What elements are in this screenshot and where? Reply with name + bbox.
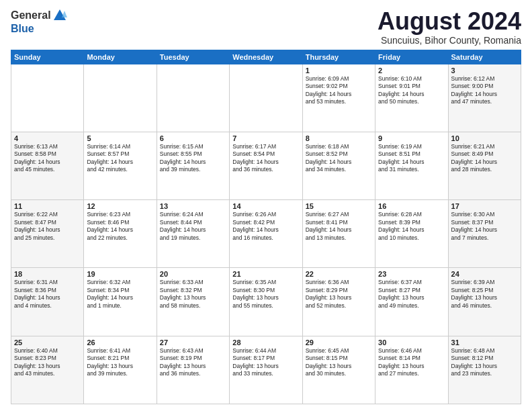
day-info: Sunrise: 6:32 AM Sunset: 8:34 PM Dayligh… (87, 279, 153, 310)
col-header-sunday: Sunday (11, 50, 84, 64)
month-year: August 2024 (378, 8, 521, 35)
day-number: 26 (87, 338, 153, 347)
header: General Blue August 2024 Suncuius, Bihor… (11, 8, 521, 46)
col-header-friday: Friday (375, 50, 448, 64)
calendar-cell: 19Sunrise: 6:32 AM Sunset: 8:34 PM Dayli… (84, 268, 157, 336)
calendar-cell: 16Sunrise: 6:28 AM Sunset: 8:39 PM Dayli… (375, 200, 448, 268)
day-number: 17 (451, 202, 518, 210)
calendar-cell: 12Sunrise: 6:23 AM Sunset: 8:46 PM Dayli… (84, 200, 157, 268)
calendar-week-row: 4Sunrise: 6:13 AM Sunset: 8:58 PM Daylig… (11, 132, 521, 199)
calendar-cell: 1Sunrise: 6:09 AM Sunset: 9:02 PM Daylig… (302, 64, 375, 132)
day-info: Sunrise: 6:27 AM Sunset: 8:41 PM Dayligh… (306, 211, 372, 242)
title-section: August 2024 Suncuius, Bihor County, Roma… (378, 8, 521, 46)
svg-marker-1 (62, 11, 67, 17)
col-header-monday: Monday (84, 50, 157, 64)
day-info: Sunrise: 6:22 AM Sunset: 8:47 PM Dayligh… (14, 211, 81, 242)
day-number: 30 (378, 338, 445, 347)
day-number: 1 (306, 66, 372, 75)
day-number: 18 (14, 270, 81, 278)
calendar-cell: 22Sunrise: 6:36 AM Sunset: 8:29 PM Dayli… (302, 268, 375, 336)
day-info: Sunrise: 6:24 AM Sunset: 8:44 PM Dayligh… (160, 211, 226, 242)
day-number: 8 (306, 134, 372, 142)
calendar-cell: 3Sunrise: 6:12 AM Sunset: 9:00 PM Daylig… (448, 64, 521, 132)
calendar-cell: 20Sunrise: 6:33 AM Sunset: 8:32 PM Dayli… (157, 268, 229, 336)
calendar-week-row: 25Sunrise: 6:40 AM Sunset: 8:23 PM Dayli… (11, 336, 521, 404)
calendar-header-row: SundayMondayTuesdayWednesdayThursdayFrid… (11, 50, 521, 64)
day-info: Sunrise: 6:13 AM Sunset: 8:58 PM Dayligh… (14, 143, 81, 174)
day-info: Sunrise: 6:40 AM Sunset: 8:23 PM Dayligh… (14, 347, 81, 378)
day-number: 13 (160, 202, 226, 210)
day-info: Sunrise: 6:30 AM Sunset: 8:37 PM Dayligh… (451, 211, 518, 242)
day-info: Sunrise: 6:23 AM Sunset: 8:46 PM Dayligh… (87, 211, 153, 242)
calendar-cell: 14Sunrise: 6:26 AM Sunset: 8:42 PM Dayli… (230, 200, 302, 268)
day-number: 21 (232, 270, 299, 278)
day-number: 22 (306, 270, 372, 278)
day-number: 7 (232, 134, 299, 142)
calendar-week-row: 11Sunrise: 6:22 AM Sunset: 8:47 PM Dayli… (11, 200, 521, 268)
day-info: Sunrise: 6:18 AM Sunset: 8:52 PM Dayligh… (306, 143, 372, 174)
day-number: 28 (232, 338, 299, 347)
calendar-cell: 4Sunrise: 6:13 AM Sunset: 8:58 PM Daylig… (11, 132, 84, 199)
day-number: 4 (14, 134, 81, 142)
calendar-week-row: 18Sunrise: 6:31 AM Sunset: 8:36 PM Dayli… (11, 268, 521, 336)
day-number: 23 (378, 270, 445, 278)
day-info: Sunrise: 6:41 AM Sunset: 8:21 PM Dayligh… (87, 347, 153, 378)
calendar-cell: 15Sunrise: 6:27 AM Sunset: 8:41 PM Dayli… (302, 200, 375, 268)
day-number: 31 (451, 338, 518, 347)
logo: General Blue (11, 8, 67, 35)
calendar-week-row: 1Sunrise: 6:09 AM Sunset: 9:02 PM Daylig… (11, 64, 521, 132)
calendar-cell (230, 64, 302, 132)
page: General Blue August 2024 Suncuius, Bihor… (0, 0, 532, 411)
day-info: Sunrise: 6:44 AM Sunset: 8:17 PM Dayligh… (232, 347, 299, 378)
day-number: 15 (306, 202, 372, 210)
calendar-cell: 29Sunrise: 6:45 AM Sunset: 8:15 PM Dayli… (302, 336, 375, 404)
day-info: Sunrise: 6:10 AM Sunset: 9:01 PM Dayligh… (378, 75, 445, 106)
col-header-thursday: Thursday (302, 50, 375, 64)
day-number: 9 (378, 134, 445, 142)
calendar-cell: 11Sunrise: 6:22 AM Sunset: 8:47 PM Dayli… (11, 200, 84, 268)
day-info: Sunrise: 6:37 AM Sunset: 8:27 PM Dayligh… (378, 279, 445, 310)
day-number: 2 (378, 66, 445, 75)
day-info: Sunrise: 6:45 AM Sunset: 8:15 PM Dayligh… (306, 347, 372, 378)
calendar-cell: 2Sunrise: 6:10 AM Sunset: 9:01 PM Daylig… (375, 64, 448, 132)
calendar-cell: 31Sunrise: 6:48 AM Sunset: 8:12 PM Dayli… (448, 336, 521, 404)
day-info: Sunrise: 6:09 AM Sunset: 9:02 PM Dayligh… (306, 75, 372, 106)
day-info: Sunrise: 6:39 AM Sunset: 8:25 PM Dayligh… (451, 279, 518, 310)
calendar-cell: 6Sunrise: 6:15 AM Sunset: 8:55 PM Daylig… (157, 132, 229, 199)
day-number: 19 (87, 270, 153, 278)
calendar-cell (11, 64, 84, 132)
day-info: Sunrise: 6:36 AM Sunset: 8:29 PM Dayligh… (306, 279, 372, 310)
day-number: 29 (306, 338, 372, 347)
calendar-cell: 28Sunrise: 6:44 AM Sunset: 8:17 PM Dayli… (230, 336, 302, 404)
day-number: 11 (14, 202, 81, 210)
day-info: Sunrise: 6:28 AM Sunset: 8:39 PM Dayligh… (378, 211, 445, 242)
calendar-cell: 21Sunrise: 6:35 AM Sunset: 8:30 PM Dayli… (230, 268, 302, 336)
day-info: Sunrise: 6:46 AM Sunset: 8:14 PM Dayligh… (378, 347, 445, 378)
calendar-cell: 26Sunrise: 6:41 AM Sunset: 8:21 PM Dayli… (84, 336, 157, 404)
day-number: 14 (232, 202, 299, 210)
day-number: 20 (160, 270, 226, 278)
day-info: Sunrise: 6:48 AM Sunset: 8:12 PM Dayligh… (451, 347, 518, 378)
day-info: Sunrise: 6:43 AM Sunset: 8:19 PM Dayligh… (160, 347, 226, 378)
day-info: Sunrise: 6:15 AM Sunset: 8:55 PM Dayligh… (160, 143, 226, 174)
day-info: Sunrise: 6:26 AM Sunset: 8:42 PM Dayligh… (232, 211, 299, 242)
calendar-cell: 9Sunrise: 6:19 AM Sunset: 8:51 PM Daylig… (375, 132, 448, 199)
calendar-cell: 8Sunrise: 6:18 AM Sunset: 8:52 PM Daylig… (302, 132, 375, 199)
day-info: Sunrise: 6:31 AM Sunset: 8:36 PM Dayligh… (14, 279, 81, 310)
logo-icon (52, 8, 67, 23)
day-number: 16 (378, 202, 445, 210)
calendar-cell: 24Sunrise: 6:39 AM Sunset: 8:25 PM Dayli… (448, 268, 521, 336)
calendar-cell (84, 64, 157, 132)
day-number: 27 (160, 338, 226, 347)
day-info: Sunrise: 6:19 AM Sunset: 8:51 PM Dayligh… (378, 143, 445, 174)
col-header-wednesday: Wednesday (230, 50, 302, 64)
calendar-cell: 5Sunrise: 6:14 AM Sunset: 8:57 PM Daylig… (84, 132, 157, 199)
calendar-cell: 30Sunrise: 6:46 AM Sunset: 8:14 PM Dayli… (375, 336, 448, 404)
calendar-cell: 13Sunrise: 6:24 AM Sunset: 8:44 PM Dayli… (157, 200, 229, 268)
location: Suncuius, Bihor County, Romania (378, 35, 521, 46)
day-info: Sunrise: 6:12 AM Sunset: 9:00 PM Dayligh… (451, 75, 518, 106)
calendar-cell: 18Sunrise: 6:31 AM Sunset: 8:36 PM Dayli… (11, 268, 84, 336)
day-info: Sunrise: 6:35 AM Sunset: 8:30 PM Dayligh… (232, 279, 299, 310)
day-info: Sunrise: 6:14 AM Sunset: 8:57 PM Dayligh… (87, 143, 153, 174)
day-number: 12 (87, 202, 153, 210)
